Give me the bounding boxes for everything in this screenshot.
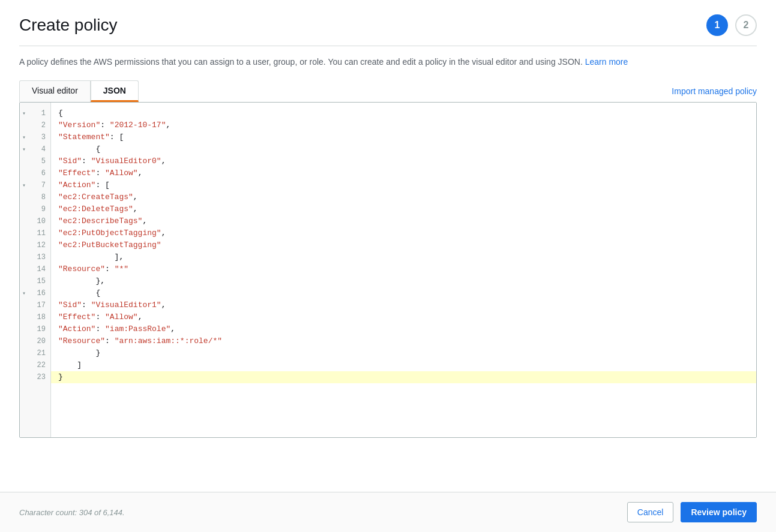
code-line: "Sid": "VisualEditor1", — [58, 299, 749, 311]
code-line: "ec2:CreateTags", — [58, 191, 749, 203]
header-divider — [19, 46, 757, 46]
code-line: } — [58, 347, 749, 359]
code-line: } — [51, 371, 756, 383]
line-number: 10 — [20, 215, 50, 227]
step-indicators: 1 2 — [706, 14, 757, 36]
line-number: 8 — [20, 191, 50, 203]
code-line: { — [58, 143, 749, 155]
code-line: "Effect": "Allow", — [58, 311, 749, 323]
line-number: 12 — [20, 239, 50, 251]
code-line: "Action": "iam:PassRole", — [58, 323, 749, 335]
line-number: ▾7 — [20, 179, 50, 191]
line-number: 21 — [20, 347, 50, 359]
page-title: Create policy — [19, 16, 117, 35]
line-number: 22 — [20, 359, 50, 371]
line-number: 14 — [20, 263, 50, 275]
line-number: 15 — [20, 275, 50, 287]
line-number: ▾16 — [20, 287, 50, 299]
char-count: Character count: 304 of 6,144. — [19, 508, 125, 517]
line-number: 17 — [20, 299, 50, 311]
code-line: "Effect": "Allow", — [58, 167, 749, 179]
code-line: "Sid": "VisualEditor0", — [58, 155, 749, 167]
code-line: "Resource": "*" — [58, 263, 749, 275]
code-line: "Action": [ — [58, 179, 749, 191]
tab-json[interactable]: JSON — [91, 80, 139, 102]
json-editor[interactable]: ▾12▾3▾456▾789101112131415▾16171819202122… — [19, 102, 757, 438]
footer-bar: Character count: 304 of 6,144. Cancel Re… — [0, 492, 776, 532]
fold-arrow-icon: ▾ — [22, 290, 26, 297]
line-number: 6 — [20, 167, 50, 179]
line-number: 20 — [20, 335, 50, 347]
step-1-circle: 1 — [706, 14, 728, 36]
code-area[interactable]: { "Version": "2012-10-17", "Statement": … — [51, 103, 756, 437]
code-line: "ec2:PutObjectTagging", — [58, 227, 749, 239]
cancel-button[interactable]: Cancel — [627, 502, 674, 522]
import-managed-policy-link[interactable]: Import managed policy — [672, 86, 757, 96]
code-line: "Version": "2012-10-17", — [58, 119, 749, 131]
line-number: 11 — [20, 227, 50, 239]
tabs-container: Visual editor JSON Import managed policy — [19, 80, 757, 102]
code-line: "Statement": [ — [58, 131, 749, 143]
learn-more-link[interactable]: Learn more — [585, 57, 628, 67]
footer-actions: Cancel Review policy — [627, 502, 757, 522]
line-numbers: ▾12▾3▾456▾789101112131415▾16171819202122… — [20, 103, 51, 437]
fold-arrow-icon: ▾ — [22, 110, 26, 117]
line-number: ▾4 — [20, 143, 50, 155]
step-2-circle: 2 — [735, 14, 757, 36]
code-line: "Resource": "arn:aws:iam::*:role/*" — [58, 335, 749, 347]
code-line: { — [58, 287, 749, 299]
code-line: }, — [58, 275, 749, 287]
code-line: ] — [58, 359, 749, 371]
line-number: 9 — [20, 203, 50, 215]
code-line: { — [58, 107, 749, 119]
code-line: "ec2:DescribeTags", — [58, 215, 749, 227]
line-number: ▾1 — [20, 107, 50, 119]
code-line: "ec2:DeleteTags", — [58, 203, 749, 215]
review-policy-button[interactable]: Review policy — [681, 502, 757, 522]
code-line: ], — [58, 251, 749, 263]
fold-arrow-icon: ▾ — [22, 146, 26, 153]
code-line: "ec2:PutBucketTagging" — [58, 239, 749, 251]
description-text: A policy defines the AWS permissions tha… — [19, 56, 757, 68]
line-number: 23 — [20, 371, 50, 383]
fold-arrow-icon: ▾ — [22, 182, 26, 189]
line-number: 18 — [20, 311, 50, 323]
line-number: 13 — [20, 251, 50, 263]
tabs-left: Visual editor JSON — [19, 80, 139, 102]
tab-visual-editor[interactable]: Visual editor — [19, 80, 91, 102]
line-number: ▾3 — [20, 131, 50, 143]
line-number: 5 — [20, 155, 50, 167]
line-number: 19 — [20, 323, 50, 335]
fold-arrow-icon: ▾ — [22, 134, 26, 141]
line-number: 2 — [20, 119, 50, 131]
